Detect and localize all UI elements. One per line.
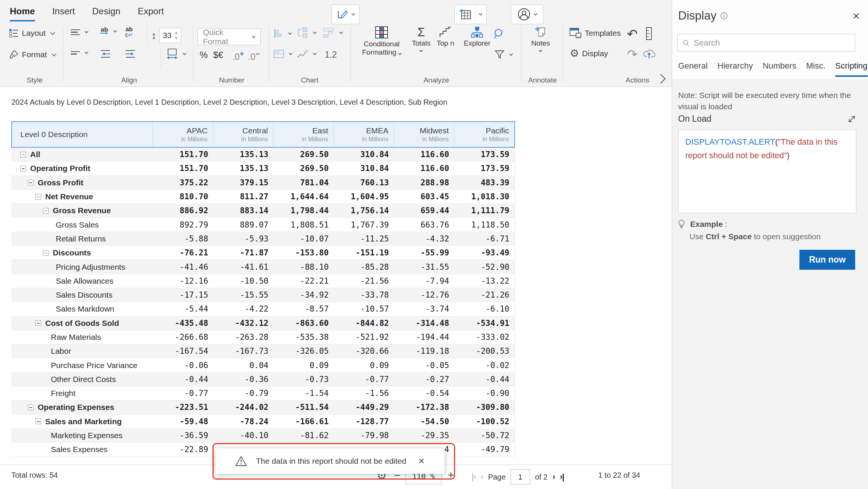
hierarchy-chart-button[interactable] — [297, 27, 316, 38]
table-row-freight[interactable]: Freight-0.77-0.79-1.54-1.56-0.54-0.90 — [11, 387, 515, 400]
redo-button[interactable]: ↷ — [627, 47, 638, 62]
table-row-gross-profit[interactable]: Gross Profit375.22379.15781.04760.13288.… — [11, 176, 515, 190]
display-settings-button[interactable]: ⚙ Display — [570, 48, 608, 59]
column-header-emea[interactable]: EMEAin Millions — [333, 122, 394, 147]
bar-chart-button[interactable] — [274, 29, 291, 38]
column-header-central[interactable]: Centralin Millions — [213, 122, 273, 147]
horizontal-align-button[interactable] — [71, 51, 88, 55]
collapse-icon[interactable] — [35, 419, 41, 424]
table-row-operating-profit[interactable]: Operating Profit151.70135.13269.50310.84… — [11, 162, 515, 176]
search-tool-button[interactable] — [493, 28, 505, 40]
templates-button[interactable]: Templates — [570, 28, 621, 38]
panel-tab-numbers[interactable]: Numbers — [763, 61, 796, 77]
collapse-icon[interactable] — [28, 180, 34, 185]
table-row-pricing-adjustments[interactable]: Pricing Adjustments-41.46-41.61-88.10-85… — [11, 260, 515, 274]
table-row-cost-of-goods-sold[interactable]: Cost of Goods Sold-435.48-432.12-863.60-… — [11, 316, 515, 330]
table-row-discounts[interactable]: Discounts-76.21-71.87-153.80-151.19-55.9… — [11, 246, 515, 260]
ruler-button[interactable] — [646, 27, 653, 40]
table-style-button[interactable] — [274, 50, 292, 58]
last-page-button[interactable]: ›| — [560, 472, 564, 482]
page-number-input[interactable] — [510, 469, 530, 484]
top-n-button[interactable]: Top n — [437, 26, 454, 47]
filter-button[interactable] — [495, 50, 512, 60]
collapse-icon[interactable] — [20, 152, 26, 157]
percent-format-button[interactable]: % — [200, 50, 208, 60]
previous-page-button[interactable]: ‹ — [481, 472, 483, 482]
table-row-sales-markdown[interactable]: Sales Markdown-5.44-4.22-8.57-10.57-3.74… — [11, 302, 515, 316]
conditional-formatting-button[interactable]: ConditionalFormatting — [362, 26, 401, 57]
decrease-decimals-button[interactable]: .0− — [248, 50, 260, 62]
panel-tab-hierarchy[interactable]: Hierarchy — [717, 61, 753, 77]
column-width-button[interactable] — [167, 48, 186, 60]
table-row-marketing-expenses[interactable]: Marketing Expenses-36.59-40.10-81.62-79.… — [11, 429, 515, 443]
row-header-cell[interactable]: Level 0 Description — [12, 122, 153, 147]
line-chart-button[interactable] — [297, 49, 316, 59]
collapse-icon[interactable] — [43, 250, 49, 256]
row-height-stepper[interactable]: 33 ∧∨ — [159, 28, 181, 43]
explorer-button[interactable]: Explorer — [464, 26, 491, 47]
ribbon-tab-insert[interactable]: Insert — [52, 6, 75, 21]
column-header-pacific[interactable]: Pacificin Millions — [454, 122, 514, 147]
panel-close-icon[interactable]: × — [853, 10, 860, 22]
text-wrap-button[interactable]: abc↵ — [125, 26, 133, 38]
column-header-apac[interactable]: APACin Millions — [153, 122, 213, 147]
panel-tab-scripting[interactable]: Scripting — [835, 61, 868, 77]
table-row-retail-returns[interactable]: Retail Returns-5.88-5.93-10.07-11.25-4.3… — [11, 232, 515, 246]
first-page-button[interactable]: |‹ — [472, 472, 476, 482]
collapse-icon[interactable] — [28, 405, 34, 410]
currency-format-button[interactable]: $€ — [213, 50, 223, 60]
info-icon[interactable] — [720, 12, 728, 20]
table-row-net-revenue[interactable]: Net Revenue810.70811.271,644.641,604.956… — [11, 190, 515, 204]
table-row-all[interactable]: All151.70135.13269.50310.84116.60173.59 — [11, 148, 515, 162]
column-header-east[interactable]: Eastin Millions — [273, 122, 333, 147]
toast-close-icon[interactable]: × — [418, 456, 424, 466]
search-input[interactable] — [694, 38, 850, 48]
ribbon-tab-home[interactable]: Home — [10, 6, 35, 21]
increase-indent-button[interactable] — [125, 50, 136, 58]
table-row-sales-and-marketing[interactable]: Sales and Marketing-59.48-78.24-166.61-1… — [11, 415, 515, 429]
panel-tab-misc[interactable]: Misc. — [806, 61, 825, 77]
edit-mode-button[interactable] — [332, 5, 359, 24]
ribbon-tab-design[interactable]: Design — [92, 6, 121, 21]
vertical-align-button[interactable] — [71, 29, 88, 35]
increase-decimals-button[interactable]: .0+ — [232, 50, 244, 62]
collapse-icon[interactable] — [43, 208, 49, 214]
table-row-raw-materials[interactable]: Raw Materials-266.68-263.28-535.38-521.9… — [11, 330, 515, 344]
cell-midwest: 116.60 — [394, 164, 454, 173]
run-now-button[interactable]: Run now — [799, 250, 855, 270]
notes-button[interactable]: Notes — [531, 26, 550, 52]
next-page-button[interactable]: › — [552, 472, 555, 482]
ribbon-tab-export[interactable]: Export — [138, 6, 164, 21]
stepper-chevrons-icon[interactable]: ∧∨ — [174, 31, 178, 40]
totals-button[interactable]: Σ Totals — [412, 26, 431, 52]
collapse-icon[interactable] — [35, 320, 41, 326]
collapse-icon[interactable] — [35, 194, 41, 200]
column-header-midwest[interactable]: Midwestin Millions — [394, 122, 454, 147]
add-visual-button[interactable] — [454, 5, 487, 24]
undo-button[interactable]: ↶ — [627, 26, 638, 41]
panel-search-box[interactable] — [677, 34, 855, 52]
table-row-gross-sales[interactable]: Gross Sales892.79889.071,808.511,767.396… — [11, 218, 515, 232]
user-presence-button[interactable] — [511, 5, 543, 24]
quick-format-select[interactable]: Quick Format — [197, 29, 261, 45]
table-row-purchase-price-variance[interactable]: Purchase Price Variance-0.060.040.090.09… — [11, 358, 515, 372]
table-row-other-direct-costs[interactable]: Other Direct Costs-0.44-0.36-0.73-0.77-0… — [11, 373, 515, 387]
decrease-indent-button[interactable] — [100, 50, 111, 58]
table-row-gross-revenue[interactable]: Gross Revenue886.92883.141,798.441,756.1… — [11, 204, 515, 218]
table-row-labor[interactable]: Labor-167.54-167.73-326.05-320.66-119.18… — [11, 344, 515, 358]
zoom-in-button[interactable]: + — [448, 469, 454, 481]
text-overflow-button[interactable]: ab — [100, 27, 116, 35]
collapse-icon[interactable] — [20, 166, 26, 171]
waterfall-chart-button[interactable] — [323, 28, 342, 38]
decimal-places-button[interactable]: 1.2 — [325, 50, 337, 60]
expand-editor-icon[interactable] — [848, 115, 856, 123]
script-editor[interactable]: DISPLAYTOAST.ALERT("The data in this rep… — [678, 130, 856, 213]
row-height-control[interactable]: ↕ 33 ∧∨ — [151, 28, 181, 43]
table-row-sale-allowances[interactable]: Sale Allowances-12.16-10.50-22.21-21.56-… — [11, 274, 515, 288]
panel-tab-general[interactable]: General — [678, 61, 708, 77]
table-row-operating-expenses[interactable]: Operating Expenses-223.51-244.02-511.54-… — [11, 400, 515, 414]
table-row-sales-discounts[interactable]: Sales Discounts-17.15-15.55-34.92-33.78-… — [11, 288, 515, 302]
layout-button[interactable]: Layout — [9, 29, 54, 38]
cloud-upload-button[interactable] — [643, 48, 656, 59]
format-button[interactable]: Format — [9, 50, 56, 60]
